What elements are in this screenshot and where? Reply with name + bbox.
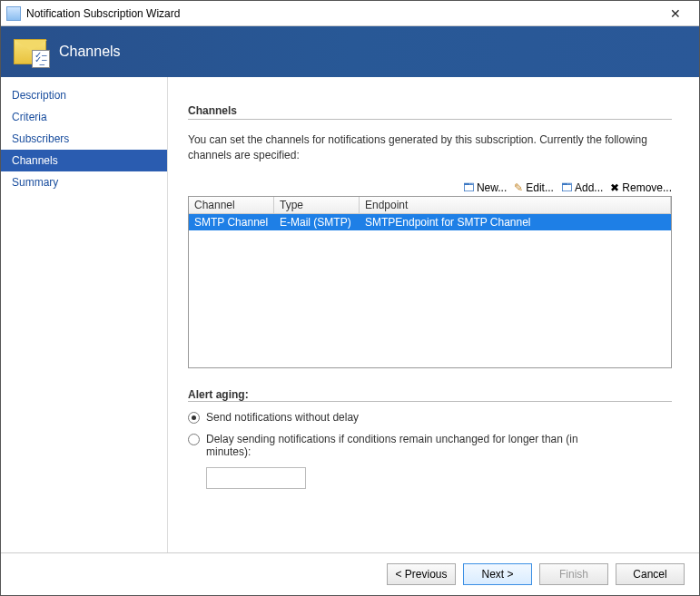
cell-type: E-Mail (SMTP) bbox=[274, 214, 360, 230]
window-title: Notification Subscription Wizard bbox=[26, 7, 657, 20]
new-icon: 🗔 bbox=[463, 181, 474, 194]
add-label: Add... bbox=[575, 181, 603, 194]
col-channel[interactable]: Channel bbox=[189, 197, 274, 214]
col-endpoint[interactable]: Endpoint bbox=[360, 197, 671, 214]
add-icon: 🗔 bbox=[561, 181, 572, 194]
alert-aging-heading: Alert aging: bbox=[188, 388, 672, 401]
toolbar: 🗔 New... ✎ Edit... 🗔 Add... ✖ Remove... bbox=[188, 181, 672, 194]
sidebar-item-description[interactable]: Description bbox=[1, 84, 167, 106]
divider bbox=[188, 119, 672, 120]
remove-button[interactable]: ✖ Remove... bbox=[610, 181, 672, 194]
finish-button: Finish bbox=[539, 563, 608, 585]
radio-icon bbox=[188, 412, 200, 424]
section-description: You can set the channels for notificatio… bbox=[188, 132, 672, 163]
table-header: Channel Type Endpoint bbox=[189, 197, 671, 214]
titlebar: Notification Subscription Wizard ✕ bbox=[1, 1, 699, 26]
sidebar-item-subscribers[interactable]: Subscribers bbox=[1, 128, 167, 150]
next-label: Next > bbox=[481, 568, 513, 581]
cell-endpoint: SMTPEndpoint for SMTP Channel bbox=[360, 214, 671, 230]
wizard-icon bbox=[6, 6, 21, 21]
footer: < Previous Next > Finish Cancel bbox=[1, 552, 699, 594]
sidebar-item-criteria[interactable]: Criteria bbox=[1, 106, 167, 128]
remove-icon: ✖ bbox=[610, 181, 619, 194]
divider bbox=[188, 401, 672, 402]
close-button[interactable]: ✕ bbox=[657, 6, 694, 21]
table-row[interactable]: SMTP Channel E-Mail (SMTP) SMTPEndpoint … bbox=[189, 214, 671, 230]
edit-icon: ✎ bbox=[514, 181, 523, 194]
next-button[interactable]: Next > bbox=[463, 563, 532, 585]
delay-minutes-input[interactable] bbox=[206, 467, 306, 489]
new-label: New... bbox=[477, 181, 507, 194]
edit-button[interactable]: ✎ Edit... bbox=[514, 181, 554, 194]
banner-icon: ✓– ✓– – bbox=[14, 39, 59, 64]
radio-delay[interactable]: Delay sending notifications if condition… bbox=[188, 433, 672, 458]
cell-channel: SMTP Channel bbox=[189, 214, 274, 230]
sidebar: Description Criteria Subscribers Channel… bbox=[1, 77, 168, 552]
finish-label: Finish bbox=[559, 568, 588, 581]
previous-button[interactable]: < Previous bbox=[387, 563, 456, 585]
add-button[interactable]: 🗔 Add... bbox=[561, 181, 603, 194]
remove-label: Remove... bbox=[622, 181, 672, 194]
radio-delay-label: Delay sending notifications if condition… bbox=[206, 433, 587, 458]
sidebar-item-channels[interactable]: Channels bbox=[1, 150, 167, 171]
checklist-icon: ✓– ✓– – bbox=[32, 50, 50, 68]
section-heading: Channels bbox=[188, 104, 672, 117]
banner-title: Channels bbox=[59, 44, 121, 60]
radio-icon bbox=[188, 434, 200, 445]
channels-table: Channel Type Endpoint SMTP Channel E-Mai… bbox=[188, 196, 672, 368]
radio-send-now[interactable]: Send notifications without delay bbox=[188, 411, 672, 424]
sidebar-item-summary[interactable]: Summary bbox=[1, 171, 167, 193]
previous-label: < Previous bbox=[395, 568, 447, 581]
main-panel: Channels You can set the channels for no… bbox=[168, 77, 699, 552]
banner: ✓– ✓– – Channels bbox=[1, 26, 699, 77]
edit-label: Edit... bbox=[526, 181, 554, 194]
cancel-button[interactable]: Cancel bbox=[616, 563, 685, 585]
cancel-label: Cancel bbox=[633, 568, 666, 581]
new-button[interactable]: 🗔 New... bbox=[463, 181, 507, 194]
radio-send-now-label: Send notifications without delay bbox=[206, 411, 359, 424]
content: Description Criteria Subscribers Channel… bbox=[1, 77, 699, 552]
col-type[interactable]: Type bbox=[274, 197, 360, 214]
